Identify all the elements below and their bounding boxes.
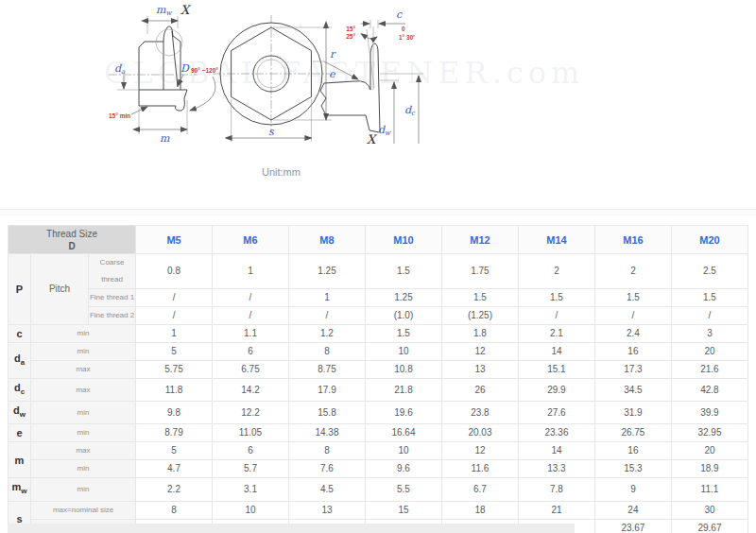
spec-cell: 14 (518, 442, 594, 460)
col-header-m6[interactable]: M6 (213, 226, 289, 254)
spec-cell: 6.7 (441, 478, 518, 501)
col-header-m14[interactable]: M14 (518, 226, 594, 254)
spec-cell: 5 (136, 442, 213, 460)
table-row: dcmax11.814.217.921.82629.934.542.8 (9, 379, 748, 402)
spec-cell: / (136, 307, 213, 325)
spec-cell: 9.8 (136, 402, 213, 424)
row-prop-label: m (9, 442, 31, 478)
spec-cell: 8.79 (136, 424, 213, 442)
spec-cell: 24 (594, 501, 671, 519)
row-spec-label: max (31, 361, 136, 379)
spec-cell: 27.6 (518, 402, 594, 424)
spec-cell: 19.6 (365, 402, 441, 424)
row-spec-label: Fine thread 1 (89, 289, 136, 307)
angle-note-25: 25° (346, 33, 355, 40)
table-row: Fine thread 1//11.251.51.51.51.5 (9, 289, 748, 307)
corner-header: Thread Size D (9, 226, 136, 254)
spec-cell: 10.8 (365, 361, 441, 379)
spec-cell: 30 (671, 501, 747, 519)
spec-cell: 15 (365, 501, 441, 519)
spec-cell: 12 (441, 442, 518, 460)
spec-cell: 1.5 (441, 289, 518, 307)
spec-cell: 1 (289, 289, 366, 307)
col-header-m8[interactable]: M8 (289, 226, 366, 254)
col-header-m12[interactable]: M12 (441, 226, 518, 254)
spec-cell: 2.4 (594, 325, 671, 343)
spec-table: Thread Size D M5M6M8M10M12M14M16M20 PPit… (8, 225, 748, 533)
spec-cell: 29.67 (671, 519, 747, 533)
spec-cell: 39.9 (671, 402, 747, 424)
header-row: Thread Size D M5M6M8M10M12M14M16M20 (9, 226, 748, 254)
spec-cell: 21.6 (671, 361, 747, 379)
col-header-m5[interactable]: M5 (136, 226, 213, 254)
row-prop-label: dw (9, 402, 31, 424)
table-row: PPitchCoarse thread0.811.251.51.75222.5 (9, 254, 748, 289)
dim-label-dw: dw (378, 124, 391, 137)
spec-cell: 29.9 (518, 379, 594, 402)
col-header-m10[interactable]: M10 (365, 226, 441, 254)
table-row: Fine thread 2///(1.0)(1.25)/// (9, 307, 748, 325)
spec-cell: 1.5 (365, 325, 441, 343)
row-mid-label: Pitch (31, 254, 89, 325)
spec-cell: 5.5 (365, 478, 441, 501)
spec-cell: 1.25 (289, 254, 366, 289)
spec-cell: 13.3 (518, 460, 594, 478)
unit-label: Unit:mm (262, 166, 301, 178)
spec-cell: 21.8 (365, 379, 441, 402)
chamfer-note-15min: 15° min (109, 112, 130, 119)
spec-cell: / (594, 307, 671, 325)
spec-cell: 4.5 (289, 478, 366, 501)
spec-cell: 32.95 (671, 424, 747, 442)
spec-cell: 4.7 (136, 460, 213, 478)
spec-cell: 2.2 (136, 478, 213, 501)
spec-cell: 12.2 (213, 402, 289, 424)
spec-cell: 11.05 (213, 424, 289, 442)
table-row: min4.75.77.69.611.613.315.318.9 (9, 460, 748, 478)
spec-cell: 14 (518, 343, 594, 361)
angle-note-0: 0 (402, 26, 405, 32)
row-spec-label: min (31, 402, 136, 424)
top-view: e s (213, 15, 336, 142)
spec-cell: 14.38 (289, 424, 366, 442)
table-row: damin5681012141620 (9, 343, 748, 361)
spec-cell: (1.0) (365, 307, 441, 325)
spec-cell: 26.75 (594, 424, 671, 442)
spec-cell: 3.1 (213, 478, 289, 501)
spec-cell: 16.64 (365, 424, 441, 442)
spec-cell: 34.5 (594, 379, 671, 402)
spec-cell: 31.9 (594, 402, 671, 424)
spec-cell: 9 (594, 478, 671, 501)
col-header-m20[interactable]: M20 (671, 226, 747, 254)
spec-cell: 13 (289, 501, 366, 519)
row-spec-label: Coarse thread (89, 254, 136, 289)
spec-cell: / (289, 307, 366, 325)
col-header-m16[interactable]: M16 (594, 226, 671, 254)
spec-cell: 2 (594, 254, 671, 289)
spec-cell: 16 (594, 442, 671, 460)
detail-mark-x: X (180, 3, 192, 17)
corner-header-line2: D (9, 240, 135, 252)
dim-label-D: D (180, 62, 190, 75)
row-prop-label: dc (9, 379, 31, 402)
corner-header-line1: Thread Size (9, 228, 135, 240)
spec-cell: 20 (671, 442, 747, 460)
spec-cell: 1.5 (671, 289, 747, 307)
row-spec-label: Fine thread 2 (89, 307, 136, 325)
angle-note-15: 15° (346, 26, 355, 32)
row-spec-label: min (31, 325, 136, 343)
dim-label-s: s (268, 126, 275, 138)
row-spec-label: max (31, 379, 136, 402)
spec-cell: 26 (441, 379, 518, 402)
spec-cell: 6 (213, 442, 289, 460)
dim-label-mw: mw (156, 4, 172, 17)
spec-cell: 11.6 (441, 460, 518, 478)
spec-cell: 7.8 (518, 478, 594, 501)
spec-cell: / (136, 289, 213, 307)
dim-label-c: c (396, 9, 403, 21)
spec-cell: 11.1 (671, 478, 747, 501)
spec-cell: 13 (441, 361, 518, 379)
row-prop-label: da (9, 343, 31, 379)
spec-cell: 1.2 (289, 325, 366, 343)
spec-cell: 1 (136, 325, 213, 343)
spec-cell: / (671, 307, 747, 325)
